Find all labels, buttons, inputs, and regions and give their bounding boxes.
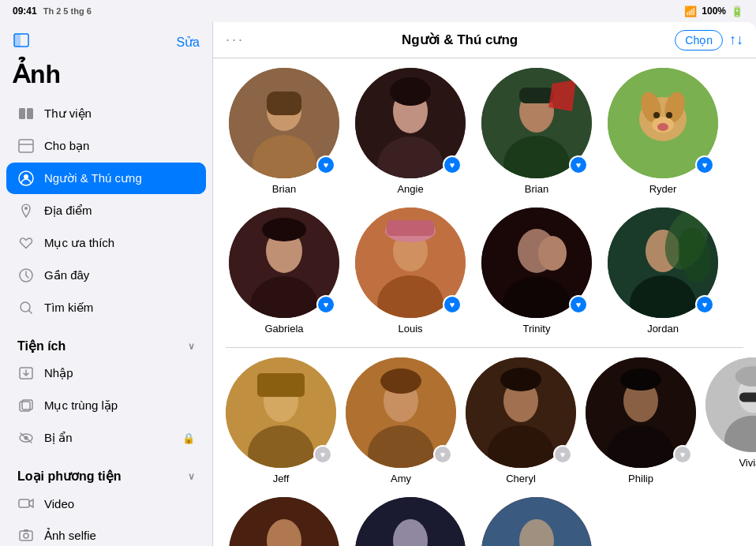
sidebar-item-bi-an[interactable]: Bị ẩn 🔒 — [6, 422, 206, 454]
time: 09:41 — [13, 6, 37, 17]
svg-point-47 — [653, 112, 660, 118]
person-card-jeff[interactable]: ♥ Jeff — [226, 357, 336, 484]
person-card-jordan[interactable]: ♥ Jordan — [604, 208, 721, 335]
sidebar-item-nhap[interactable]: Nhập — [6, 357, 206, 389]
sidebar-item-anh-selfie[interactable]: Ảnh selfie — [6, 520, 206, 546]
sidebar-collapse-button[interactable] — [13, 32, 30, 53]
person-name-louis: Louis — [398, 323, 422, 335]
sidebar-item-cho-ban[interactable]: Cho bạn — [6, 130, 206, 162]
section-tien-ich: Tiện ích ∨ Nhập Mục trùng lặp Bị ẩn — [0, 327, 212, 454]
muc-trung-lap-label: Mục trùng lặp — [44, 398, 195, 413]
app-layout: Sửa Ảnh Thư viện Cho bạn — [0, 22, 756, 546]
svg-rect-87 — [739, 392, 756, 402]
status-bar: 09:41 Th 2 5 thg 6 📶 100% 🔋 — [0, 0, 756, 22]
svg-rect-18 — [19, 499, 29, 507]
svg-point-7 — [24, 174, 28, 179]
person-card-row4c[interactable] — [478, 497, 595, 547]
sidebar-item-dia-diem[interactable]: Địa điểm — [6, 195, 206, 226]
loai-phuong-tien-label: Loại phương tiện — [17, 469, 122, 484]
chon-button[interactable]: Chọn — [675, 30, 723, 50]
person-name-trinity: Trinity — [523, 323, 551, 335]
person-name-ryder: Ryder — [649, 183, 677, 195]
svg-point-36 — [390, 77, 431, 106]
wifi-icon: 📶 — [684, 6, 697, 17]
section-loai-phuong-tien: Loại phương tiện ∨ Video Ảnh selfie Liv — [0, 458, 212, 546]
cho-ban-label: Cho bạn — [44, 139, 195, 153]
svg-rect-4 — [19, 140, 33, 152]
tim-kiem-label: Tìm kiếm — [44, 301, 195, 315]
sidebar-item-video[interactable]: Video — [6, 488, 206, 519]
edit-button[interactable]: Sửa — [176, 35, 200, 50]
svg-point-53 — [262, 218, 306, 241]
battery-label: 100% — [702, 6, 726, 17]
main-title: Người & Thú cưng — [402, 32, 518, 48]
sidebar-item-muc-trung-lap[interactable]: Mục trùng lặp — [6, 390, 206, 421]
person-card-row4a[interactable] — [226, 497, 342, 547]
svg-point-62 — [538, 236, 567, 271]
lock-icon: 🔒 — [182, 432, 195, 444]
person-card-brian2[interactable]: ♥ Brian — [478, 68, 595, 195]
person-avatar-wrap-brian2: ♥ — [481, 68, 592, 178]
person-card-brian1[interactable]: ♥ Brian — [226, 68, 342, 195]
tien-ich-label: Tiện ích — [17, 338, 65, 353]
person-name-brian1: Brian — [272, 183, 296, 195]
person-name-philip: Philip — [628, 473, 653, 484]
svg-point-79 — [500, 368, 541, 391]
thu-vien-label: Thư viện — [44, 107, 195, 121]
more-options-icon[interactable]: ··· — [226, 32, 245, 48]
sidebar-item-tim-kiem[interactable]: Tìm kiếm — [6, 292, 206, 323]
person-avatar-wrap-philip: ♥ — [586, 357, 696, 468]
svg-rect-2 — [19, 108, 25, 119]
person-card-row4b[interactable] — [352, 497, 469, 547]
section-divider — [226, 347, 743, 348]
header-actions: Chọn ↑↓ — [675, 30, 743, 50]
tien-ich-chevron-icon: ∨ — [188, 341, 195, 352]
svg-point-49 — [657, 123, 668, 131]
nguoi-thu-cung-label: Người & Thú cưng — [44, 171, 195, 185]
person-card-trinity[interactable]: ♥ Trinity — [478, 208, 595, 335]
person-card-louis[interactable]: ♥ Louis — [352, 208, 469, 335]
svg-marker-41 — [548, 80, 576, 111]
sidebar-item-muc-ua-thich[interactable]: Mục ưa thích — [6, 227, 206, 259]
sidebar-item-gan-day[interactable]: Gần đây — [6, 260, 206, 291]
cho-ban-icon — [17, 137, 35, 155]
person-name-cheryl: Cheryl — [506, 473, 536, 484]
person-name-gabriela: Gabriela — [264, 323, 303, 335]
tien-ich-header[interactable]: Tiện ích ∨ — [0, 327, 212, 357]
dia-diem-icon — [17, 202, 35, 219]
sidebar-item-thu-vien[interactable]: Thư viện — [6, 98, 206, 129]
person-avatar-wrap-jordan: ♥ — [608, 208, 718, 318]
person-name-vivian: Vivian — [739, 457, 756, 469]
person-card-angie[interactable]: ♥ Angie — [352, 68, 469, 195]
person-name-jeff: Jeff — [273, 473, 290, 484]
svg-point-8 — [24, 207, 28, 210]
battery-icon: 🔋 — [731, 6, 743, 17]
favorite-badge-philip: ♥ — [673, 445, 692, 464]
video-label: Video — [44, 497, 195, 510]
loai-phuong-tien-header[interactable]: Loại phương tiện ∨ — [0, 458, 212, 487]
person-avatar-wrap-vivian: ♥ — [705, 357, 756, 452]
sidebar: Sửa Ảnh Thư viện Cho bạn — [0, 22, 213, 546]
favorite-badge-brian1: ♥ — [316, 155, 335, 174]
anh-selfie-label: Ảnh selfie — [44, 529, 195, 543]
person-avatar-wrap-brian1: ♥ — [229, 68, 339, 178]
person-card-vivian[interactable]: ♥ Vivian — [705, 357, 756, 484]
sidebar-top: Sửa — [0, 22, 212, 56]
person-name-amy: Amy — [391, 473, 411, 484]
muc-trung-lap-icon — [17, 397, 35, 414]
sort-button[interactable]: ↑↓ — [729, 32, 743, 48]
person-card-ryder[interactable]: ♥ Ryder — [604, 68, 721, 195]
person-card-cheryl[interactable]: ♥ Cheryl — [466, 357, 576, 484]
person-avatar-row4a — [229, 497, 339, 547]
person-card-philip[interactable]: ♥ Philip — [586, 357, 696, 484]
person-avatar-row4c — [481, 497, 592, 547]
person-card-gabriela[interactable]: ♥ Gabriela — [226, 208, 342, 335]
person-avatar-wrap-row4a — [229, 497, 339, 547]
person-avatar-row4b — [355, 497, 466, 547]
grid-row-1: ♥ Brian — [226, 68, 743, 195]
person-name-jordan: Jordan — [647, 323, 679, 335]
sidebar-item-nguoi-thu-cung[interactable]: Người & Thú cưng — [6, 163, 206, 194]
person-card-amy[interactable]: ♥ Amy — [346, 357, 456, 484]
svg-rect-21 — [24, 529, 28, 532]
favorite-badge-jeff: ♥ — [313, 445, 332, 464]
